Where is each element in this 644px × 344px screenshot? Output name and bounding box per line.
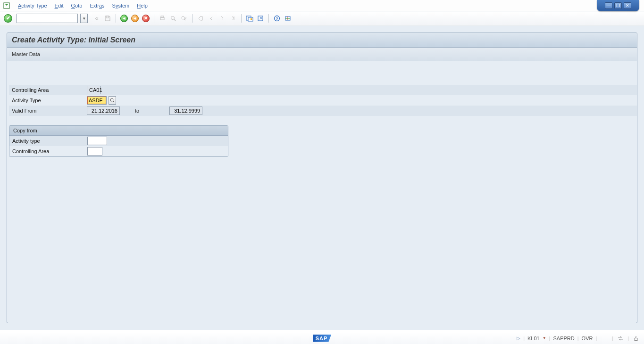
save-icon	[103, 14, 112, 23]
help-icon[interactable]: ?	[272, 14, 282, 23]
copy-from-group: Copy from Activity type Controlling Area	[9, 125, 228, 157]
to-label: to	[135, 108, 139, 114]
master-data-button[interactable]: Master Data	[12, 51, 40, 57]
screen-title: Create Activity Type: Initial Screen	[12, 36, 632, 44]
app-toolbar: Master Data	[7, 48, 637, 61]
controlling-area-value: CA01	[87, 86, 101, 94]
new-session-icon[interactable]	[245, 14, 254, 23]
lock-icon[interactable]	[632, 335, 640, 342]
menu-bar: Activity Type Edit Goto Extras System He…	[0, 0, 644, 11]
command-dropdown[interactable]: ▾	[80, 14, 88, 23]
activity-type-label: Activity Type	[9, 98, 87, 103]
separator	[116, 14, 116, 23]
menu-goto[interactable]: Goto	[67, 2, 86, 9]
separator	[192, 14, 192, 23]
maximize-icon[interactable]: ❐	[614, 2, 622, 9]
row-copy-activity-type: Activity type	[9, 136, 228, 146]
copy-activity-type-input[interactable]	[87, 137, 107, 145]
status-dropdown-icon[interactable]: ▼	[543, 336, 546, 340]
menu-extras[interactable]: Extras	[86, 2, 108, 9]
status-system: SAPPRD	[553, 336, 574, 341]
copy-controlling-area-input[interactable]	[87, 147, 102, 156]
separator	[241, 14, 242, 23]
main-area: Create Activity Type: Initial Screen Mas…	[0, 26, 644, 330]
copy-activity-type-label: Activity type	[9, 138, 87, 144]
separator	[268, 14, 269, 23]
svg-line-7	[184, 19, 186, 20]
row-copy-controlling-area: Controlling Area	[9, 146, 228, 156]
shortcut-icon[interactable]	[256, 14, 265, 23]
valid-to-value[interactable]: 31.12.9999	[169, 106, 202, 115]
svg-point-4	[171, 16, 175, 19]
back-button[interactable]: ◄	[119, 14, 129, 23]
svg-text:?: ?	[276, 16, 278, 21]
status-transfer-icon[interactable]	[616, 335, 625, 342]
exit-button[interactable]: ◄	[130, 14, 140, 23]
next-page-icon	[217, 14, 227, 23]
toolbar: ✔ ▾ « ◄ ◄ ✕ ?	[0, 11, 644, 25]
row-controlling-area: Controlling Area CA01	[9, 85, 637, 95]
first-page-icon	[196, 14, 205, 23]
command-field[interactable]	[17, 14, 78, 23]
activity-type-input[interactable]	[87, 96, 107, 105]
svg-point-6	[182, 16, 184, 19]
row-activity-type: Activity Type	[9, 95, 637, 106]
menu-system-icon[interactable]	[3, 2, 10, 9]
copy-from-title: Copy from	[9, 126, 228, 136]
close-icon[interactable]: ✕	[624, 2, 631, 9]
svg-line-18	[113, 101, 115, 103]
title-bar: Create Activity Type: Initial Screen	[7, 33, 637, 48]
search-help-icon[interactable]	[109, 96, 116, 105]
separator	[154, 14, 154, 23]
valid-from-label: Valid From	[9, 108, 87, 114]
customize-layout-icon[interactable]	[283, 14, 293, 23]
svg-rect-10	[251, 18, 252, 20]
svg-rect-3	[161, 16, 164, 17]
svg-line-5	[174, 19, 176, 21]
status-message-icon[interactable]: ▷	[517, 336, 520, 341]
print-icon	[158, 14, 167, 23]
status-bar: SAP ▷ | KL01 ▼ | SAPPRD | OVR | | |	[0, 332, 644, 344]
controlling-area-label: Controlling Area	[9, 87, 87, 93]
minimize-icon[interactable]: —	[605, 2, 612, 9]
menu-system[interactable]: System	[109, 2, 134, 9]
sap-logo: SAP	[313, 335, 332, 342]
svg-rect-2	[160, 17, 164, 20]
last-page-icon	[228, 14, 238, 23]
find-icon	[168, 14, 178, 23]
row-valid-from: Valid From 21.12.2016 to 31.12.9999	[9, 106, 637, 116]
menu-activity-type[interactable]: Activity Type	[14, 2, 51, 9]
enter-button[interactable]: ✔	[4, 14, 12, 23]
find-next-icon	[179, 14, 189, 23]
valid-from-value[interactable]: 21.12.2016	[87, 106, 120, 115]
menu-help[interactable]: Help	[133, 2, 151, 9]
screen-panel: Create Activity Type: Initial Screen Mas…	[7, 33, 637, 323]
copy-controlling-area-label: Controlling Area	[9, 148, 87, 154]
status-insmode: OVR	[582, 336, 593, 341]
menu-edit[interactable]: Edit	[51, 2, 67, 9]
status-tcode[interactable]: KL01	[527, 336, 540, 341]
form-area: Controlling Area CA01 Activity Type Vali…	[7, 61, 637, 116]
window-controls: — ❐ ✕	[597, 0, 639, 11]
prev-page-icon	[207, 14, 216, 23]
svg-point-17	[110, 98, 113, 101]
svg-rect-19	[635, 338, 637, 340]
chevron-left-icon[interactable]: «	[92, 14, 101, 23]
cancel-button[interactable]: ✕	[141, 14, 151, 23]
